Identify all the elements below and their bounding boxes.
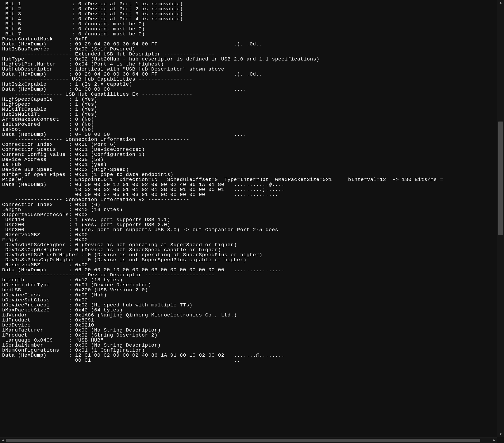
scroll-left-arrow-icon[interactable]: ◀ bbox=[0, 438, 6, 443]
horizontal-scroll-thumb[interactable] bbox=[6, 439, 480, 442]
terminal-viewport: Bit 1 : 0 (Device at Port 1 is removable… bbox=[0, 0, 504, 443]
output-line: 00 01 .. bbox=[2, 358, 494, 363]
scroll-right-arrow-icon[interactable]: ▶ bbox=[491, 438, 497, 443]
scroll-down-arrow-icon[interactable]: ▼ bbox=[497, 431, 504, 437]
vertical-scrollbar[interactable]: ▲ ▼ bbox=[497, 0, 504, 437]
vertical-scroll-thumb[interactable] bbox=[498, 122, 503, 235]
scroll-up-arrow-icon[interactable]: ▲ bbox=[497, 0, 504, 6]
horizontal-scrollbar[interactable]: ◀ ▶ bbox=[0, 437, 497, 443]
text-output: Bit 1 : 0 (Device at Port 1 is removable… bbox=[0, 0, 497, 437]
